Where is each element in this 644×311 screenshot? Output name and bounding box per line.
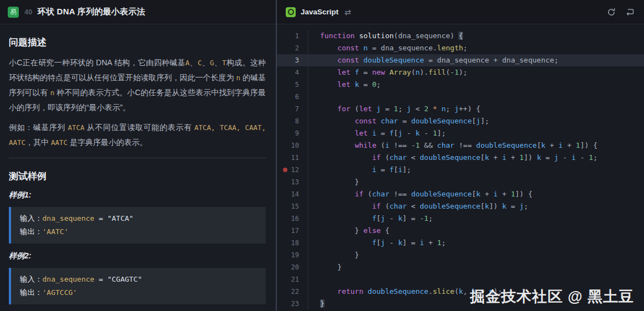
code-token: [	[472, 117, 476, 125]
problem-paragraphs: 小C正在研究一种环状的 DNA 结构，它由四种碱基A、C、G、T构成。这种环状结…	[9, 55, 266, 150]
code-line-text[interactable]: if (char !== doubleSequence[k + i + 1]) …	[308, 188, 644, 200]
line-number[interactable]: 19	[277, 249, 308, 261]
problem-paragraph: 例如：碱基序列 ATCA 从不同位置读取可能的表示有 ATCA, TCAA, C…	[9, 120, 266, 150]
code-line-text[interactable]: let k = 0;	[308, 79, 644, 91]
code-token	[320, 105, 337, 113]
line-number[interactable]: 22	[277, 286, 308, 298]
code-token	[320, 129, 355, 137]
code-line-text[interactable]: for (let j = 1; j < 2 * n; j++) {	[308, 103, 644, 115]
code-token: i	[502, 153, 507, 162]
line-number[interactable]: 1	[277, 30, 308, 42]
code-line-text[interactable]: f[j - k] = i + 1;	[308, 237, 644, 249]
code-token	[320, 56, 337, 64]
line-number[interactable]: 8	[277, 115, 308, 127]
line-number[interactable]: 16	[277, 212, 308, 225]
paragraph-text: 、	[202, 58, 210, 67]
editor-header: JavaScript ⇄	[277, 0, 644, 24]
code-line-text[interactable]: const n = dna_sequence.length;	[308, 42, 644, 54]
code-line: 9 let i = f[j - k - 1];	[277, 127, 644, 139]
code-line-text[interactable]	[308, 91, 644, 103]
code-line-text[interactable]: f[j - k] = -1;	[308, 212, 644, 225]
line-number[interactable]: 14	[277, 188, 308, 200]
code-token: (	[381, 202, 390, 210]
line-number[interactable]: 3	[277, 54, 308, 66]
line-number[interactable]: 17	[277, 225, 308, 237]
code-token: (dna_sequence)	[394, 32, 458, 40]
swap-language-icon[interactable]: ⇄	[344, 8, 351, 16]
code-token: <	[407, 202, 420, 210]
code-line-text[interactable]: const char = doubleSequence[j];	[308, 115, 644, 127]
problem-title: 环状 DNA 序列的最小表示法	[37, 7, 145, 17]
reset-code-button[interactable]	[606, 7, 616, 17]
code-token	[320, 239, 372, 247]
code-token	[320, 153, 372, 162]
code-token: while	[355, 141, 377, 149]
code-line: 1function solution(dna_sequence) {	[277, 30, 644, 42]
code-line-text[interactable]: }	[308, 261, 644, 273]
line-number[interactable]: 12	[277, 164, 308, 176]
code-line-text[interactable]	[308, 273, 644, 286]
line-number[interactable]: 18	[277, 237, 308, 249]
code-token: ]) {	[515, 190, 532, 198]
code-token: f	[372, 239, 377, 247]
code-line-text[interactable]: while (i !== -1 && char !== doubleSequen…	[308, 139, 644, 152]
line-number[interactable]: 6	[277, 91, 308, 103]
line-number[interactable]: 21	[277, 273, 308, 286]
code-line-text[interactable]: if (char < doubleSequence[k + i + 1]) k …	[308, 152, 644, 164]
line-number[interactable]: 5	[277, 79, 308, 91]
line-number[interactable]: 9	[277, 127, 308, 139]
code-token: [	[394, 165, 398, 174]
format-code-button[interactable]	[625, 7, 635, 17]
code-line: 19 }	[277, 249, 644, 261]
code-line-text[interactable]: let f = new Array(n).fill(-1);	[308, 66, 644, 79]
code-line-text[interactable]: return doubleSequence.slice(k, k + n);	[308, 286, 644, 298]
code-line-text[interactable]: } else {	[308, 225, 644, 237]
code-line: 22 return doubleSequence.slice(k, k + n)…	[277, 286, 644, 298]
code-token: ];	[403, 165, 411, 174]
code-token: i	[493, 190, 498, 198]
line-number[interactable]: 4	[277, 66, 308, 79]
code-token: [	[472, 190, 476, 198]
line-number[interactable]: 15	[277, 200, 308, 212]
code-line-text[interactable]: if (char < doubleSequence[k]) k = j;	[308, 200, 644, 212]
sample-output-line: 输出：'AGTCCG'	[20, 286, 257, 299]
code-token: }	[320, 251, 359, 259]
code-token: ];	[481, 117, 490, 125]
code-line-text[interactable]: i = f[i];	[308, 164, 644, 176]
line-number[interactable]: 10	[277, 139, 308, 152]
code-token: (	[446, 68, 450, 76]
code-token: j	[554, 153, 559, 162]
code-line-text[interactable]: function solution(dna_sequence) {	[308, 30, 644, 42]
code-editor[interactable]: 1function solution(dna_sequence) {2 cons…	[277, 24, 644, 311]
breakpoint-icon[interactable]	[283, 168, 287, 172]
code-token: -1	[411, 141, 420, 149]
code-token: [	[394, 129, 398, 137]
code-token: -	[385, 239, 398, 247]
code-token: {	[381, 226, 390, 235]
code-line-text[interactable]: }	[308, 249, 644, 261]
code-line: 12 i = f[i];	[277, 164, 644, 176]
code-token: doubleSequence	[476, 141, 537, 149]
code-token	[429, 105, 433, 113]
output-value: 'AGTCCG'	[43, 288, 78, 297]
code-line-text[interactable]: }	[308, 176, 644, 188]
code-token: let	[355, 129, 368, 137]
code-line-text[interactable]: let i = f[j - k - 1];	[308, 127, 644, 139]
language-switcher[interactable]: JavaScript ⇄	[286, 7, 351, 17]
line-number[interactable]: 13	[277, 176, 308, 188]
line-number[interactable]: 2	[277, 42, 308, 54]
code-token: <	[407, 153, 420, 162]
code-token: i	[420, 239, 424, 247]
problem-body: 问题描述 小C正在研究一种环状的 DNA 结构，它由四种碱基A、C、G、T构成。…	[0, 24, 276, 311]
code-token: Array	[389, 68, 411, 76]
line-number[interactable]: 20	[277, 261, 308, 273]
line-number[interactable]: 23	[277, 298, 308, 310]
line-number[interactable]: 7	[277, 103, 308, 115]
code-line-text[interactable]: const doubleSequence = dna_sequence + dn…	[308, 54, 644, 66]
sample-output-line: 输出：'AATC'	[20, 225, 257, 239]
code-token	[320, 214, 372, 222]
line-number[interactable]: 11	[277, 152, 308, 164]
code-token: = dna_sequence + dna_sequence;	[424, 56, 559, 64]
code-line-text[interactable]: }	[308, 298, 644, 310]
input-operator: =	[94, 214, 107, 222]
